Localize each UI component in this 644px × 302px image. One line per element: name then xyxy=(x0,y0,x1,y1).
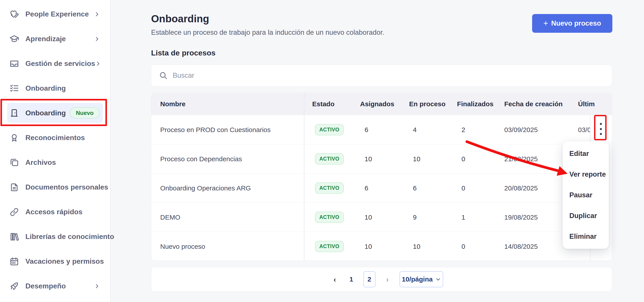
sidebar-item-reconocimientos[interactable]: Reconocimientos xyxy=(7,125,103,150)
status-badge: ACTIVO xyxy=(315,153,344,165)
rocket-icon xyxy=(9,281,19,291)
column-header-estado: Estado xyxy=(312,93,334,115)
table-header-row: Nombre Estado Asignados En proceso Final… xyxy=(151,93,612,115)
cell-asignados: 6 xyxy=(364,174,368,203)
door-icon xyxy=(9,108,19,118)
cell-nombre: Onboarding Operaciones ARG xyxy=(160,174,251,203)
cell-finalizados: 0 xyxy=(462,144,465,174)
cell-finalizados: 0 xyxy=(462,174,465,203)
cell-nombre: DEMO xyxy=(160,203,180,232)
sidebar-item-gestion-de-servicios[interactable]: Gestión de servicios xyxy=(7,51,103,76)
checklist-icon xyxy=(9,83,19,93)
chevron-right-icon xyxy=(94,11,100,17)
folders-icon xyxy=(9,158,19,167)
sidebar-item-accesos-rapidos[interactable]: Accesos rápidos xyxy=(7,200,103,224)
sidebar-item-label: Vacaciones y permisos xyxy=(26,257,104,266)
document-icon xyxy=(9,182,19,192)
cell-en-proceso: 10 xyxy=(413,144,420,174)
status-badge: ACTIVO xyxy=(315,241,344,252)
link-icon xyxy=(9,207,19,217)
table-row[interactable]: Onboarding Operaciones ARG ACTIVO 6 6 0 … xyxy=(151,174,612,203)
menu-item-editar[interactable]: Editar xyxy=(563,143,609,164)
inbox-icon xyxy=(9,59,19,69)
menu-item-duplicar[interactable]: Duplicar xyxy=(563,206,609,226)
row-actions-kebab-icon[interactable] xyxy=(597,122,605,136)
sidebar-item-librerias-de-conocimiento[interactable]: Librerías de conocimiento xyxy=(7,224,103,249)
cell-finalizados: 2 xyxy=(462,115,465,144)
sidebar-item-label: Onboarding xyxy=(26,84,66,92)
graduation-cap-icon xyxy=(9,34,19,44)
sidebar-item-label: Accesos rápidos xyxy=(26,208,82,216)
chevron-down-icon xyxy=(436,277,441,282)
sidebar-item-label: Documentos personales xyxy=(26,183,108,191)
new-process-button-label: Nuevo proceso xyxy=(551,19,601,27)
menu-item-eliminar[interactable]: Eliminar xyxy=(563,226,609,247)
cell-asignados: 6 xyxy=(364,115,368,144)
list-heading: Lista de procesos xyxy=(151,48,216,57)
cell-nombre: Proceso con Dependencias xyxy=(160,144,242,174)
cell-nombre: Proceso en PROD con Cuestionarios xyxy=(160,115,270,144)
sidebar-item-label: Archivos xyxy=(26,158,56,167)
sidebar-item-documentos-personales[interactable]: Documentos personales xyxy=(7,175,103,200)
process-table: Nombre Estado Asignados En proceso Final… xyxy=(151,93,612,261)
column-header-ultima: Últim xyxy=(578,93,595,115)
page-size-select[interactable]: 10/página xyxy=(400,271,443,287)
table-row[interactable]: Proceso con Dependencias ACTIVO 10 10 0 … xyxy=(151,144,612,174)
cell-asignados: 10 xyxy=(364,203,372,232)
new-process-button[interactable]: + Nuevo proceso xyxy=(532,14,612,33)
menu-item-ver-reporte[interactable]: Ver reporte xyxy=(563,164,609,185)
search-bar[interactable] xyxy=(151,65,612,86)
calendar-icon xyxy=(9,257,19,266)
search-input[interactable] xyxy=(173,71,596,79)
status-badge: ACTIVO xyxy=(315,182,344,194)
chevron-right-icon xyxy=(94,283,100,289)
books-icon xyxy=(9,232,19,242)
cell-asignados: 10 xyxy=(364,144,372,174)
cell-en-proceso: 6 xyxy=(413,174,417,203)
sidebar-item-label: Aprendizaje xyxy=(26,35,66,43)
column-header-fecha-creacion: Fecha de creación xyxy=(504,93,563,115)
status-badge: ACTIVO xyxy=(315,124,344,135)
page-size-value: 10/página xyxy=(402,276,432,283)
sidebar-item-archivos[interactable]: Archivos xyxy=(7,150,103,175)
menu-item-pausar[interactable]: Pausar xyxy=(563,185,609,205)
pagination-page-1[interactable]: 1 xyxy=(347,276,356,283)
table-row[interactable]: DEMO ACTIVO 10 9 1 19/08/2025 xyxy=(151,203,612,232)
column-divider xyxy=(304,93,304,261)
heart-hands-icon xyxy=(9,9,19,19)
sidebar-item-onboarding-checklist[interactable]: Onboarding xyxy=(7,76,103,101)
column-header-asignados: Asignados xyxy=(360,93,394,115)
sidebar-item-label: Reconocimientos xyxy=(26,134,85,142)
cell-fecha-creacion: 14/08/2025 xyxy=(504,232,538,261)
sidebar-item-onboarding-active[interactable]: Onboarding Nuevo xyxy=(7,103,103,123)
cell-en-proceso: 4 xyxy=(413,115,417,144)
sidebar-item-people-experience[interactable]: People Experience xyxy=(7,2,103,26)
pagination-bar: ‹ 1 2 › 10/página xyxy=(151,267,612,292)
chevron-right-icon xyxy=(95,61,101,67)
sidebar-item-label: Onboarding xyxy=(26,109,66,117)
cell-nombre: Nuevo proceso xyxy=(160,232,205,261)
status-badge: ACTIVO xyxy=(315,212,344,223)
pagination-next-button[interactable]: › xyxy=(383,275,392,284)
cell-fecha-creacion: 19/08/2025 xyxy=(504,203,538,232)
column-header-en-proceso: En proceso xyxy=(409,93,446,115)
page-title: Onboarding xyxy=(151,13,209,25)
pagination-prev-button[interactable]: ‹ xyxy=(330,275,340,284)
sidebar-item-vacaciones-y-permisos[interactable]: Vacaciones y permisos xyxy=(7,249,103,274)
sidebar-item-label: Desempeño xyxy=(26,282,66,290)
cell-finalizados: 1 xyxy=(462,203,465,232)
cell-asignados: 10 xyxy=(364,232,372,261)
sidebar: People Experience Aprendizaje Gestión de… xyxy=(0,0,111,302)
award-icon xyxy=(9,133,19,143)
table-row[interactable]: Proceso en PROD con Cuestionarios ACTIVO… xyxy=(151,115,612,144)
pagination-page-2-current[interactable]: 2 xyxy=(364,271,376,287)
sidebar-item-label: Gestión de servicios xyxy=(26,59,95,68)
table-row[interactable]: Nuevo proceso ACTIVO 10 10 0 14/08/2025 xyxy=(151,232,612,261)
chevron-right-icon xyxy=(94,36,100,42)
sidebar-item-label: People Experience xyxy=(26,10,89,18)
column-header-nombre: Nombre xyxy=(160,93,186,115)
sidebar-item-desempeno[interactable]: Desempeño xyxy=(7,274,103,299)
cell-fecha-creacion: 03/09/2025 xyxy=(504,115,538,144)
sidebar-item-aprendizaje[interactable]: Aprendizaje xyxy=(7,26,103,51)
cell-fecha-creacion: 20/08/2025 xyxy=(504,174,538,203)
